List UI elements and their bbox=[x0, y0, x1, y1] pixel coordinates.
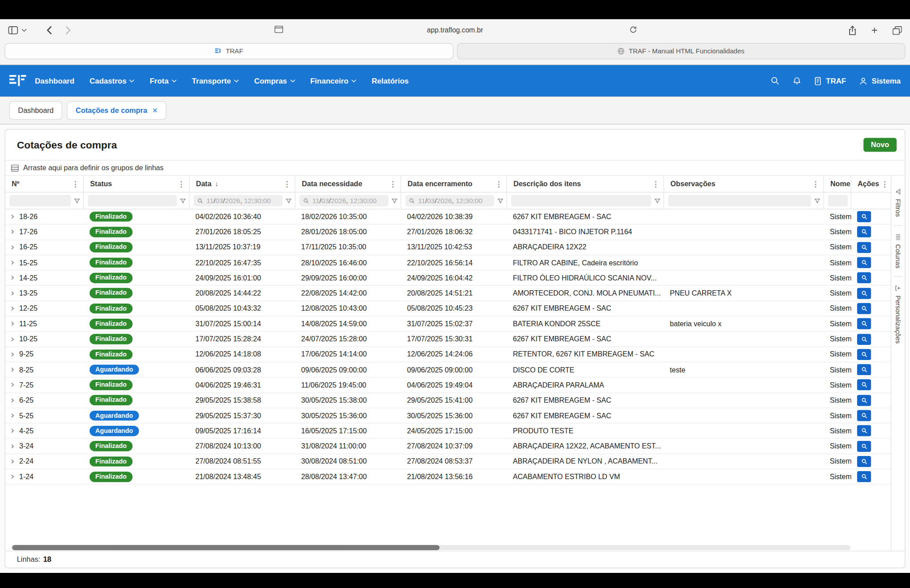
column-header-nome[interactable]: Nome bbox=[824, 176, 851, 192]
filter-input-necessidade[interactable]: 11/03/2026, 12:30:00 bbox=[299, 195, 388, 206]
table-row[interactable]: 13-25 Finalizado 20/08/2025 14:44:22 22/… bbox=[5, 286, 892, 301]
table-row[interactable]: 5-25 Aguardando 29/05/2025 15:37:30 30/0… bbox=[5, 408, 892, 423]
view-row-button[interactable] bbox=[857, 334, 871, 345]
column-menu-icon[interactable]: ⋮ bbox=[493, 180, 504, 188]
row-expand-icon[interactable] bbox=[10, 275, 15, 280]
filter-input-encerramento[interactable]: 11/03/2026, 12:30:00 bbox=[405, 195, 494, 206]
column-menu-icon[interactable]: ⋮ bbox=[810, 180, 821, 188]
row-expand-icon[interactable] bbox=[10, 321, 15, 327]
filter-funnel-icon[interactable] bbox=[286, 197, 292, 204]
horizontal-scrollbar[interactable] bbox=[11, 545, 851, 550]
close-tab-icon[interactable]: × bbox=[152, 106, 157, 115]
view-row-button[interactable] bbox=[857, 211, 871, 222]
view-row-button[interactable] bbox=[857, 425, 871, 436]
view-row-button[interactable] bbox=[857, 303, 871, 314]
column-header-encerramento[interactable]: Data encerramento⋮ bbox=[401, 176, 507, 192]
menu-item-cadastros[interactable]: Cadastros bbox=[89, 76, 135, 85]
table-row[interactable]: 10-25 Finalizado 17/07/2025 15:28:24 24/… bbox=[5, 332, 892, 347]
tab-overview-icon[interactable] bbox=[893, 26, 902, 35]
view-row-button[interactable] bbox=[857, 272, 871, 284]
browser-tab-traf[interactable]: TRAF bbox=[4, 43, 453, 60]
menu-item-transporte[interactable]: Transporte bbox=[192, 76, 239, 85]
row-expand-icon[interactable] bbox=[10, 428, 15, 434]
view-row-button[interactable] bbox=[857, 410, 871, 421]
address-bar[interactable]: app.traflog.com.br bbox=[0, 26, 910, 34]
column-menu-icon[interactable]: ⋮ bbox=[176, 180, 187, 188]
filter-input-data[interactable]: 11/03/2026, 12:30:00 bbox=[194, 195, 283, 206]
filter-funnel-icon[interactable] bbox=[497, 197, 503, 204]
table-row[interactable]: 4-25 Aguardando 09/05/2025 17:16:14 16/0… bbox=[5, 424, 892, 439]
menu-item-dashboard[interactable]: Dashboard bbox=[35, 76, 75, 85]
menu-item-compras[interactable]: Compras bbox=[254, 76, 295, 85]
app-tab-cotacoes[interactable]: Cotações de compra × bbox=[67, 101, 166, 120]
share-icon[interactable] bbox=[848, 25, 856, 35]
row-expand-icon[interactable] bbox=[10, 336, 15, 342]
view-row-button[interactable] bbox=[857, 395, 871, 406]
table-row[interactable]: 16-25 Finalizado 13/11/2025 10:37:19 17/… bbox=[5, 240, 892, 255]
sort-descending-icon[interactable]: ↓ bbox=[215, 180, 219, 188]
row-expand-icon[interactable] bbox=[10, 260, 15, 265]
search-icon[interactable] bbox=[771, 76, 780, 85]
column-header-descricao[interactable]: Descrição dos itens⋮ bbox=[507, 176, 664, 192]
group-by-bar[interactable]: Arraste aqui para definir os grupos de l… bbox=[5, 160, 905, 176]
table-row[interactable]: 6-25 Finalizado 29/05/2025 15:38:58 30/0… bbox=[5, 393, 892, 408]
row-expand-icon[interactable] bbox=[10, 245, 15, 250]
column-header-status[interactable]: Status⋮ bbox=[84, 176, 189, 192]
column-menu-icon[interactable]: ⋮ bbox=[281, 180, 292, 188]
notifications-bell-icon[interactable] bbox=[793, 76, 802, 85]
table-row[interactable]: 15-25 Finalizado 22/10/2025 16:47:35 28/… bbox=[5, 255, 892, 270]
table-row[interactable]: 14-25 Finalizado 24/09/2025 16:01:00 29/… bbox=[5, 271, 892, 286]
new-button[interactable]: Novo bbox=[863, 138, 897, 152]
view-row-button[interactable] bbox=[857, 380, 871, 391]
row-expand-icon[interactable] bbox=[10, 398, 15, 403]
filter-input-observacoes[interactable] bbox=[668, 195, 811, 206]
column-header-data[interactable]: Data↓⋮ bbox=[190, 176, 295, 192]
table-row[interactable]: 18-26 Finalizado 04/02/2026 10:36:40 18/… bbox=[5, 209, 892, 224]
column-menu-icon[interactable]: ⋮ bbox=[70, 180, 81, 188]
table-row[interactable]: 3-24 Finalizado 27/08/2024 10:13:00 31/0… bbox=[5, 439, 892, 454]
table-row[interactable]: 1-24 Finalizado 21/08/2024 13:48:45 28/0… bbox=[5, 469, 892, 484]
table-row[interactable]: 8-25 Aguardando 06/06/2025 09:03:28 09/0… bbox=[5, 362, 892, 377]
filter-funnel-icon[interactable] bbox=[180, 197, 186, 204]
filter-funnel-icon[interactable] bbox=[814, 197, 820, 204]
table-row[interactable]: 11-25 Finalizado 31/07/2025 15:00:14 14/… bbox=[5, 316, 892, 332]
view-row-button[interactable] bbox=[857, 440, 871, 452]
view-row-button[interactable] bbox=[857, 257, 871, 268]
column-menu-icon[interactable]: ⋮ bbox=[650, 180, 661, 188]
row-expand-icon[interactable] bbox=[10, 306, 15, 311]
view-row-button[interactable] bbox=[857, 242, 871, 253]
panel-tab-colunas[interactable]: Colunas bbox=[894, 234, 902, 268]
row-expand-icon[interactable] bbox=[10, 382, 15, 388]
column-header-numero[interactable]: Nº⋮ bbox=[5, 176, 84, 192]
row-expand-icon[interactable] bbox=[10, 352, 15, 357]
refresh-icon[interactable] bbox=[629, 26, 637, 34]
filter-funnel-icon[interactable] bbox=[391, 197, 398, 204]
table-row[interactable]: 7-25 Finalizado 04/06/2025 19:46:31 11/0… bbox=[5, 378, 892, 393]
table-row[interactable]: 17-26 Finalizado 27/01/2026 18:05:25 28/… bbox=[5, 225, 892, 240]
manual-traf-button[interactable]: TRAF bbox=[814, 76, 846, 85]
scrollbar-thumb[interactable] bbox=[12, 545, 439, 550]
row-expand-icon[interactable] bbox=[10, 444, 15, 449]
row-expand-icon[interactable] bbox=[10, 459, 15, 464]
row-expand-icon[interactable] bbox=[10, 413, 15, 418]
row-expand-icon[interactable] bbox=[10, 291, 15, 296]
table-row[interactable]: 12-25 Finalizado 05/08/2025 10:43:32 12/… bbox=[5, 301, 892, 316]
new-tab-icon[interactable] bbox=[870, 26, 878, 34]
filter-input-nome[interactable] bbox=[828, 195, 847, 206]
filter-input-status[interactable] bbox=[88, 195, 177, 206]
view-row-button[interactable] bbox=[857, 227, 871, 238]
menu-item-frota[interactable]: Frota bbox=[150, 76, 177, 85]
view-row-button[interactable] bbox=[857, 456, 871, 467]
column-header-acoes[interactable]: Ações⋮ bbox=[851, 176, 892, 192]
column-header-necessidade[interactable]: Data necessidade⋮ bbox=[295, 176, 401, 192]
view-row-button[interactable] bbox=[857, 364, 871, 375]
view-row-button[interactable] bbox=[857, 318, 871, 329]
app-tab-dashboard[interactable]: Dashboard bbox=[9, 101, 62, 120]
browser-tab-manual[interactable]: TRAF - Manual HTML Funcionalidades bbox=[457, 43, 906, 60]
user-menu-button[interactable]: Sistema bbox=[859, 76, 901, 85]
row-expand-icon[interactable] bbox=[10, 214, 15, 220]
filter-input-numero[interactable] bbox=[9, 195, 71, 206]
view-row-button[interactable] bbox=[857, 471, 871, 482]
menu-item-financeiro[interactable]: Financeiro bbox=[310, 76, 356, 85]
view-row-button[interactable] bbox=[857, 349, 871, 360]
